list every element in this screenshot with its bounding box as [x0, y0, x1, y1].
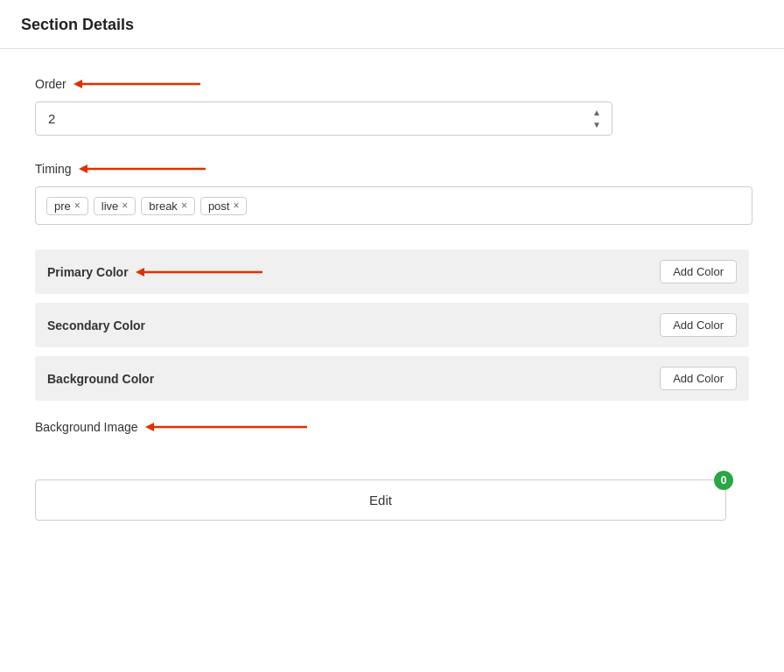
timing-label-row: Timing — [35, 160, 749, 178]
primary-color-arrow-icon — [136, 263, 276, 281]
order-spinner: ▲ ▼ — [590, 108, 604, 130]
order-arrow-annotation — [74, 75, 214, 93]
edit-badge: 0 — [714, 471, 733, 490]
svg-marker-5 — [136, 268, 144, 276]
primary-color-label: Primary Color — [47, 265, 129, 279]
order-input[interactable] — [35, 102, 612, 136]
tag-pre-text: pre — [54, 200, 71, 213]
order-increment-button[interactable]: ▲ — [590, 108, 604, 118]
background-image-label-row: Background Image — [35, 418, 749, 436]
tag-pre: pre × — [46, 197, 88, 215]
tag-live: live × — [94, 197, 136, 215]
order-decrement-button[interactable]: ▼ — [590, 120, 604, 130]
background-image-arrow-icon — [145, 418, 320, 436]
tag-post-text: post — [208, 200, 230, 213]
edit-button-wrapper: 0 Edit — [35, 480, 726, 521]
primary-color-add-button[interactable]: Add Color — [660, 260, 737, 284]
tag-live-text: live — [102, 200, 119, 213]
svg-marker-1 — [74, 80, 82, 88]
timing-arrow-icon — [79, 160, 219, 178]
secondary-color-label: Secondary Color — [47, 318, 145, 332]
background-color-label: Background Color — [47, 372, 154, 386]
background-image-field-group: Background Image — [35, 418, 749, 436]
background-color-add-button[interactable]: Add Color — [660, 367, 737, 390]
tag-pre-remove[interactable]: × — [74, 200, 80, 211]
background-color-row: Background Color Add Color — [35, 356, 749, 401]
timing-tags-input[interactable]: pre × live × break × post × — [35, 186, 752, 225]
secondary-color-row: Secondary Color Add Color — [35, 303, 749, 347]
header: Section Details — [0, 0, 784, 49]
tag-break-text: break — [149, 200, 178, 213]
timing-label: Timing — [35, 162, 72, 176]
tag-post-remove[interactable]: × — [233, 200, 239, 211]
primary-color-label-wrapper: Primary Color — [47, 263, 276, 281]
order-input-wrapper: ▲ ▼ — [35, 102, 612, 136]
order-field-group: Order ▲ ▼ — [35, 75, 749, 136]
timing-field-group: Timing pre × live × — [35, 160, 749, 225]
secondary-color-add-button[interactable]: Add Color — [660, 313, 737, 337]
page-container: Section Details Order ▲ ▼ — [0, 0, 784, 672]
order-arrow-icon — [74, 75, 214, 93]
tag-break: break × — [141, 197, 195, 215]
tag-post: post × — [200, 197, 248, 215]
primary-color-row: Primary Color Add Color — [35, 249, 749, 294]
tag-break-remove[interactable]: × — [181, 200, 187, 211]
edit-button[interactable]: Edit — [35, 480, 726, 521]
svg-marker-7 — [145, 423, 154, 431]
background-image-label: Background Image — [35, 420, 138, 434]
order-label-row: Order — [35, 75, 749, 93]
timing-arrow-annotation — [79, 160, 219, 178]
content: Order ▲ ▼ Timing — [0, 49, 784, 556]
order-label: Order — [35, 77, 66, 91]
page-title: Section Details — [21, 16, 134, 33]
svg-marker-3 — [79, 164, 88, 173]
tag-live-remove[interactable]: × — [122, 200, 128, 211]
